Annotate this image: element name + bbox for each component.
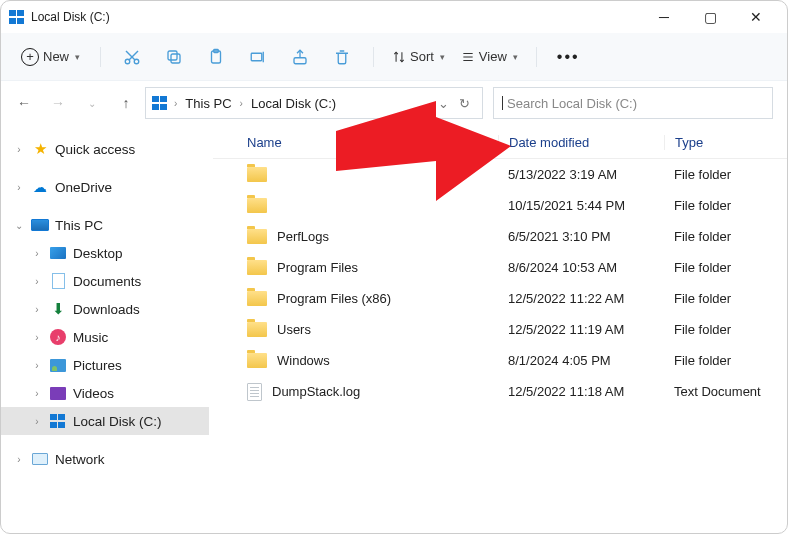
- file-name: Users: [277, 322, 311, 337]
- file-name: PerfLogs: [277, 229, 329, 244]
- file-type: Text Document: [664, 384, 787, 399]
- svg-rect-3: [168, 51, 177, 60]
- chevron-right-icon[interactable]: ›: [13, 182, 25, 193]
- file-type: File folder: [664, 322, 787, 337]
- network-icon: [31, 450, 49, 468]
- search-box[interactable]: Search Local Disk (C:): [493, 87, 773, 119]
- sidebar-label: Music: [73, 330, 108, 345]
- videos-icon: [49, 384, 67, 402]
- file-row[interactable]: Users12/5/2022 11:19 AMFile folder: [213, 314, 787, 345]
- music-icon: ♪: [49, 328, 67, 346]
- column-header-type[interactable]: Type: [664, 135, 787, 150]
- view-button[interactable]: View ▾: [457, 49, 522, 64]
- file-date: 12/5/2022 11:19 AM: [498, 322, 664, 337]
- address-bar[interactable]: › This PC › Local Disk (C:) ⌄ ↻: [145, 87, 483, 119]
- sidebar-item-network[interactable]: › Network: [1, 445, 209, 473]
- sidebar-item-this-pc[interactable]: ⌄ This PC: [1, 211, 209, 239]
- file-row[interactable]: PerfLogs6/5/2021 3:10 PMFile folder: [213, 221, 787, 252]
- cloud-icon: ☁: [31, 178, 49, 196]
- delete-button[interactable]: [325, 41, 359, 73]
- folder-icon: [247, 322, 267, 337]
- file-date: 5/13/2022 3:19 AM: [498, 167, 664, 182]
- file-date: 12/5/2022 11:18 AM: [498, 384, 664, 399]
- address-dropdown-icon[interactable]: ⌄: [438, 96, 449, 111]
- minimize-button[interactable]: ─: [641, 1, 687, 33]
- cut-button[interactable]: [115, 41, 149, 73]
- sidebar-item-onedrive[interactable]: › ☁ OneDrive: [1, 173, 209, 201]
- chevron-right-icon[interactable]: ›: [31, 388, 43, 399]
- document-icon: [49, 272, 67, 290]
- sort-button[interactable]: Sort ▾: [388, 49, 449, 64]
- sidebar-label: OneDrive: [55, 180, 112, 195]
- chevron-right-icon[interactable]: ›: [31, 360, 43, 371]
- file-icon: [247, 383, 262, 401]
- column-header-name[interactable]: Name: [213, 135, 498, 150]
- chevron-right-icon[interactable]: ›: [31, 416, 43, 427]
- sidebar-item-downloads[interactable]: › ⬇ Downloads: [1, 295, 209, 323]
- sidebar-item-videos[interactable]: › Videos: [1, 379, 209, 407]
- chevron-right-icon[interactable]: ›: [13, 144, 25, 155]
- download-icon: ⬇: [49, 300, 67, 318]
- titlebar: Local Disk (C:) ─ ▢ ✕: [1, 1, 787, 33]
- sidebar-item-documents[interactable]: › Documents: [1, 267, 209, 295]
- file-row[interactable]: Windows8/1/2024 4:05 PMFile folder: [213, 345, 787, 376]
- file-date: 6/5/2021 3:10 PM: [498, 229, 664, 244]
- refresh-button[interactable]: ↻: [459, 96, 470, 111]
- back-button[interactable]: ←: [15, 95, 33, 111]
- chevron-right-icon: ›: [238, 98, 245, 109]
- file-explorer-window: Local Disk (C:) ─ ▢ ✕ + New ▾ Sort ▾ Vie…: [0, 0, 788, 534]
- sidebar-item-music[interactable]: › ♪ Music: [1, 323, 209, 351]
- file-date: 12/5/2022 11:22 AM: [498, 291, 664, 306]
- up-button[interactable]: ↑: [117, 95, 135, 111]
- file-row[interactable]: DumpStack.log12/5/2022 11:18 AMText Docu…: [213, 376, 787, 407]
- sidebar-label: Local Disk (C:): [73, 414, 162, 429]
- star-icon: ★: [31, 140, 49, 158]
- file-row[interactable]: 10/15/2021 5:44 PMFile folder: [213, 190, 787, 221]
- file-row[interactable]: 5/13/2022 3:19 AMFile folder: [213, 159, 787, 190]
- sidebar-item-pictures[interactable]: › Pictures: [1, 351, 209, 379]
- file-type: File folder: [664, 353, 787, 368]
- file-type: File folder: [664, 229, 787, 244]
- paste-button[interactable]: [199, 41, 233, 73]
- breadcrumb-segment[interactable]: This PC: [181, 96, 235, 111]
- chevron-down-icon: ▾: [513, 52, 518, 62]
- file-date: 10/15/2021 5:44 PM: [498, 198, 664, 213]
- command-bar: + New ▾ Sort ▾ View ▾ •••: [1, 33, 787, 81]
- folder-icon: [247, 260, 267, 275]
- share-button[interactable]: [283, 41, 317, 73]
- drive-icon: [152, 96, 168, 110]
- file-row[interactable]: Program Files (x86)12/5/2022 11:22 AMFil…: [213, 283, 787, 314]
- svg-rect-2: [171, 54, 180, 63]
- chevron-right-icon[interactable]: ›: [13, 454, 25, 465]
- new-button[interactable]: + New ▾: [15, 44, 86, 70]
- breadcrumb-segment[interactable]: Local Disk (C:): [247, 96, 340, 111]
- file-row[interactable]: Program Files8/6/2024 10:53 AMFile folde…: [213, 252, 787, 283]
- sidebar-item-local-disk[interactable]: › Local Disk (C:): [1, 407, 209, 435]
- chevron-right-icon[interactable]: ›: [31, 304, 43, 315]
- chevron-down-icon[interactable]: ⌄: [13, 220, 25, 231]
- file-date: 8/1/2024 4:05 PM: [498, 353, 664, 368]
- file-type: File folder: [664, 198, 787, 213]
- copy-button[interactable]: [157, 41, 191, 73]
- column-headers: Name Date modified Type: [213, 125, 787, 159]
- sidebar-item-quick-access[interactable]: › ★ Quick access: [1, 135, 209, 163]
- file-name: DumpStack.log: [272, 384, 360, 399]
- chevron-right-icon[interactable]: ›: [31, 248, 43, 259]
- chevron-down-icon: ▾: [75, 52, 80, 62]
- column-header-date[interactable]: Date modified: [498, 135, 664, 150]
- file-date: 8/6/2024 10:53 AM: [498, 260, 664, 275]
- chevron-right-icon[interactable]: ›: [31, 276, 43, 287]
- sidebar-item-desktop[interactable]: › Desktop: [1, 239, 209, 267]
- sidebar-label: Pictures: [73, 358, 122, 373]
- view-label: View: [479, 49, 507, 64]
- forward-button[interactable]: →: [49, 95, 67, 111]
- recent-dropdown[interactable]: ⌄: [83, 98, 101, 109]
- file-list: 5/13/2022 3:19 AMFile folder10/15/2021 5…: [213, 159, 787, 533]
- chevron-right-icon[interactable]: ›: [31, 332, 43, 343]
- close-button[interactable]: ✕: [733, 1, 779, 33]
- file-type: File folder: [664, 167, 787, 182]
- more-button[interactable]: •••: [551, 48, 586, 66]
- svg-rect-6: [251, 53, 262, 61]
- maximize-button[interactable]: ▢: [687, 1, 733, 33]
- rename-button[interactable]: [241, 41, 275, 73]
